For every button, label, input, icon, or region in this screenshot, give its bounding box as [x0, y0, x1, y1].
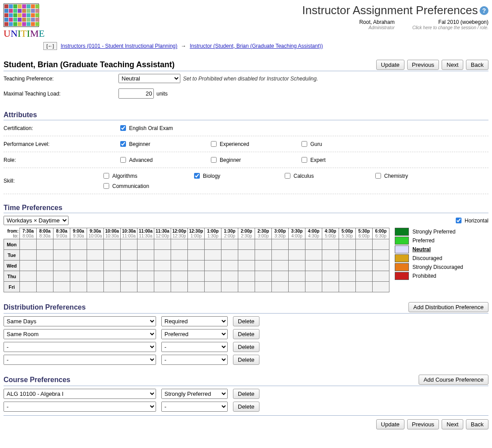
time-slot[interactable]	[37, 260, 53, 271]
time-slot[interactable]	[121, 282, 137, 292]
attr-checkbox[interactable]	[301, 141, 307, 147]
time-slot[interactable]	[70, 282, 87, 292]
time-slot[interactable]	[339, 271, 356, 282]
update-button-footer[interactable]: Update	[376, 419, 404, 429]
time-slot[interactable]	[137, 260, 154, 271]
time-slot[interactable]	[70, 260, 87, 271]
time-slot[interactable]	[322, 282, 339, 292]
timepref-mode-select[interactable]: Workdays × Daytime	[4, 216, 69, 225]
attr-check-item[interactable]: Chemistry	[374, 171, 464, 181]
time-slot[interactable]	[87, 271, 104, 282]
time-slot[interactable]	[221, 250, 238, 260]
time-slot[interactable]	[289, 250, 305, 260]
time-slot[interactable]	[104, 282, 121, 292]
time-slot[interactable]	[154, 282, 171, 292]
time-slot[interactable]	[356, 260, 373, 271]
time-slot[interactable]	[53, 239, 70, 250]
time-slot[interactable]	[121, 271, 137, 282]
time-slot[interactable]	[373, 239, 389, 250]
time-slot[interactable]	[154, 271, 171, 282]
time-slot[interactable]	[373, 271, 389, 282]
time-slot[interactable]	[137, 239, 154, 250]
time-slot[interactable]	[188, 260, 205, 271]
attr-check-item[interactable]: Advanced	[118, 155, 209, 165]
help-icon[interactable]: ?	[480, 6, 488, 15]
time-slot[interactable]	[205, 239, 221, 250]
time-slot[interactable]	[305, 250, 322, 260]
time-slot[interactable]	[87, 260, 104, 271]
time-slot[interactable]	[20, 239, 37, 250]
time-slot[interactable]	[171, 282, 188, 292]
time-slot[interactable]	[20, 271, 37, 282]
time-slot[interactable]	[305, 271, 322, 282]
time-slot[interactable]	[305, 282, 322, 292]
dist-pref-select[interactable]: -	[161, 342, 228, 352]
dist-pref-select[interactable]: Required	[161, 316, 228, 326]
time-slot[interactable]	[339, 282, 356, 292]
time-slot[interactable]	[322, 250, 339, 260]
time-slot[interactable]	[154, 239, 171, 250]
legend-item[interactable]: Prohibited	[395, 272, 463, 280]
time-slot[interactable]	[356, 250, 373, 260]
legend-item[interactable]: Neutral	[395, 245, 463, 253]
course-pref-select[interactable]: Strongly Preferred	[161, 389, 228, 399]
time-slot[interactable]	[70, 250, 87, 260]
attr-check-item[interactable]: Biology	[192, 171, 283, 181]
time-slot[interactable]	[305, 260, 322, 271]
next-button-footer[interactable]: Next	[442, 419, 463, 429]
attr-check-item[interactable]: Experienced	[209, 139, 300, 149]
attr-checkbox[interactable]	[194, 173, 200, 179]
time-slot[interactable]	[373, 250, 389, 260]
time-slot[interactable]	[272, 271, 289, 282]
time-slot[interactable]	[339, 250, 356, 260]
time-slot[interactable]	[137, 271, 154, 282]
back-button-footer[interactable]: Back	[466, 419, 488, 429]
attr-check-item[interactable]: Expert	[300, 155, 390, 165]
attr-check-item[interactable]: Communication	[102, 181, 192, 191]
time-slot[interactable]	[171, 239, 188, 250]
time-slot[interactable]	[373, 260, 389, 271]
attr-check-item[interactable]: Beginner	[209, 155, 300, 165]
attr-checkbox[interactable]	[120, 157, 126, 163]
timepref-grid[interactable]: from:to:7:30a8:00a8:00a8:30a8:30a9:00a9:…	[4, 228, 389, 292]
time-slot[interactable]	[87, 282, 104, 292]
time-slot[interactable]	[221, 260, 238, 271]
attr-checkbox[interactable]	[211, 141, 217, 147]
legend-item[interactable]: Discouraged	[395, 254, 463, 262]
time-slot[interactable]	[104, 271, 121, 282]
attr-checkbox[interactable]	[120, 125, 126, 131]
time-slot[interactable]	[238, 250, 255, 260]
dist-pref-select[interactable]: -	[161, 355, 228, 365]
horizontal-checkbox[interactable]	[456, 218, 461, 223]
time-slot[interactable]	[289, 282, 305, 292]
time-slot[interactable]	[53, 271, 70, 282]
attr-checkbox[interactable]	[211, 157, 217, 163]
time-slot[interactable]	[322, 271, 339, 282]
time-slot[interactable]	[356, 239, 373, 250]
time-slot[interactable]	[255, 250, 272, 260]
delete-button[interactable]: Delete	[233, 389, 259, 399]
time-slot[interactable]	[121, 239, 137, 250]
previous-button[interactable]: Previous	[407, 60, 439, 70]
time-slot[interactable]	[70, 271, 87, 282]
time-slot[interactable]	[221, 271, 238, 282]
delete-button[interactable]: Delete	[233, 355, 259, 365]
attr-check-item[interactable]: Beginner	[118, 139, 209, 149]
time-slot[interactable]	[289, 239, 305, 250]
time-slot[interactable]	[53, 260, 70, 271]
attr-check-item[interactable]: Guru	[300, 139, 390, 149]
time-slot[interactable]	[205, 271, 221, 282]
teaching-pref-select[interactable]: Neutral	[118, 74, 180, 83]
time-slot[interactable]	[272, 260, 289, 271]
time-slot[interactable]	[154, 250, 171, 260]
time-slot[interactable]	[221, 239, 238, 250]
course-select[interactable]: ALG 10100 - Algebra I	[4, 389, 156, 399]
time-slot[interactable]	[188, 250, 205, 260]
attr-check-item[interactable]: English Oral Exam	[118, 123, 209, 133]
delete-button[interactable]: Delete	[233, 329, 259, 339]
time-slot[interactable]	[104, 250, 121, 260]
time-slot[interactable]	[289, 260, 305, 271]
time-slot[interactable]	[322, 260, 339, 271]
time-slot[interactable]	[137, 250, 154, 260]
time-slot[interactable]	[221, 282, 238, 292]
